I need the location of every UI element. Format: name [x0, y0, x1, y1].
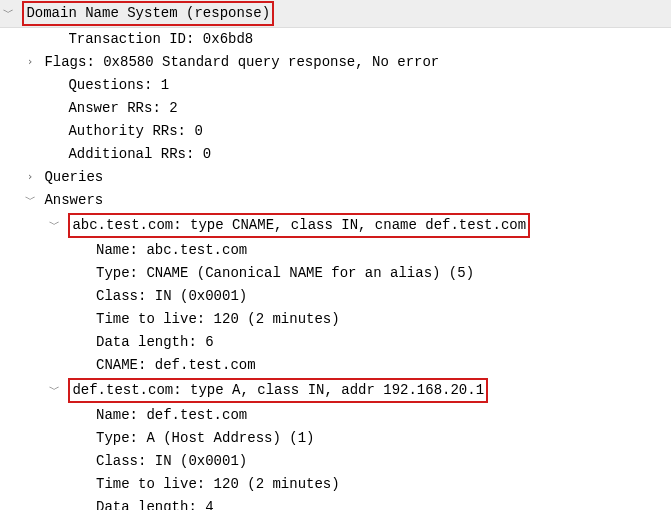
answer1-cname-text: CNAME: def.test.com — [96, 357, 256, 373]
answer1-name-text: Name: abc.test.com — [96, 242, 247, 258]
tree-row-transaction-id[interactable]: · Transaction ID: 0x6bd8 — [0, 28, 671, 51]
answer1-summary-text: abc.test.com: type CNAME, class IN, cnam… — [72, 217, 526, 233]
answer1-datalen-text: Data length: 6 — [96, 334, 214, 350]
tree-row-answer2-type[interactable]: Type: A (Host Address) (1) — [0, 427, 671, 450]
answer2-datalen-text: Data length: 4 — [96, 499, 214, 510]
tree-row-answer1-summary[interactable]: ﹀ abc.test.com: type CNAME, class IN, cn… — [0, 212, 671, 239]
tree-row-flags[interactable]: › Flags: 0x8580 Standard query response,… — [0, 51, 671, 74]
answer2-highlight: def.test.com: type A, class IN, addr 192… — [68, 378, 488, 403]
tree-row-answer2-datalen[interactable]: Data length: 4 — [0, 496, 671, 510]
answer2-summary-text: def.test.com: type A, class IN, addr 192… — [72, 382, 484, 398]
tree-row-additional-rrs[interactable]: · Additional RRs: 0 — [0, 143, 671, 166]
dns-header-highlight: Domain Name System (response) — [22, 1, 274, 26]
tree-row-answer2-summary[interactable]: ﹀ def.test.com: type A, class IN, addr 1… — [0, 377, 671, 404]
questions-text: Questions: 1 — [68, 77, 169, 93]
caret-down-icon: ﹀ — [48, 217, 60, 234]
answer2-ttl-text: Time to live: 120 (2 minutes) — [96, 476, 340, 492]
queries-text: Queries — [44, 169, 103, 185]
tree-row-dns-header[interactable]: ﹀ Domain Name System (response) — [0, 0, 671, 28]
answers-text: Answers — [44, 192, 103, 208]
tree-row-answer1-name[interactable]: Name: abc.test.com — [0, 239, 671, 262]
tree-row-answer2-name[interactable]: Name: def.test.com — [0, 404, 671, 427]
tree-row-answer2-ttl[interactable]: Time to live: 120 (2 minutes) — [0, 473, 671, 496]
flags-text: Flags: 0x8580 Standard query response, N… — [44, 54, 439, 70]
tree-row-answer2-class[interactable]: Class: IN (0x0001) — [0, 450, 671, 473]
tree-row-answer1-datalen[interactable]: Data length: 6 — [0, 331, 671, 354]
tree-row-answers[interactable]: ﹀ Answers — [0, 189, 671, 212]
authority-rrs-text: Authority RRs: 0 — [68, 123, 202, 139]
tree-row-authority-rrs[interactable]: · Authority RRs: 0 — [0, 120, 671, 143]
caret-down-icon: ﹀ — [24, 192, 36, 209]
answer1-highlight: abc.test.com: type CNAME, class IN, cnam… — [68, 213, 530, 238]
caret-down-icon: ﹀ — [2, 5, 14, 22]
answer1-type-text: Type: CNAME (Canonical NAME for an alias… — [96, 265, 474, 281]
tree-row-answer1-class[interactable]: Class: IN (0x0001) — [0, 285, 671, 308]
answer1-ttl-text: Time to live: 120 (2 minutes) — [96, 311, 340, 327]
caret-right-icon: › — [24, 169, 36, 186]
tree-row-answer1-type[interactable]: Type: CNAME (Canonical NAME for an alias… — [0, 262, 671, 285]
tree-row-answer-rrs[interactable]: · Answer RRs: 2 — [0, 97, 671, 120]
tree-row-answer1-cname[interactable]: CNAME: def.test.com — [0, 354, 671, 377]
answer2-type-text: Type: A (Host Address) (1) — [96, 430, 314, 446]
additional-rrs-text: Additional RRs: 0 — [68, 146, 211, 162]
tree-row-questions[interactable]: · Questions: 1 — [0, 74, 671, 97]
caret-right-icon: › — [24, 54, 36, 71]
caret-down-icon: ﹀ — [48, 382, 60, 399]
answer2-class-text: Class: IN (0x0001) — [96, 453, 247, 469]
tree-row-queries[interactable]: › Queries — [0, 166, 671, 189]
answer2-name-text: Name: def.test.com — [96, 407, 247, 423]
answer1-class-text: Class: IN (0x0001) — [96, 288, 247, 304]
tree-row-answer1-ttl[interactable]: Time to live: 120 (2 minutes) — [0, 308, 671, 331]
answer-rrs-text: Answer RRs: 2 — [68, 100, 177, 116]
dns-header-text: Domain Name System (response) — [26, 5, 270, 21]
transaction-id-text: Transaction ID: 0x6bd8 — [68, 31, 253, 47]
